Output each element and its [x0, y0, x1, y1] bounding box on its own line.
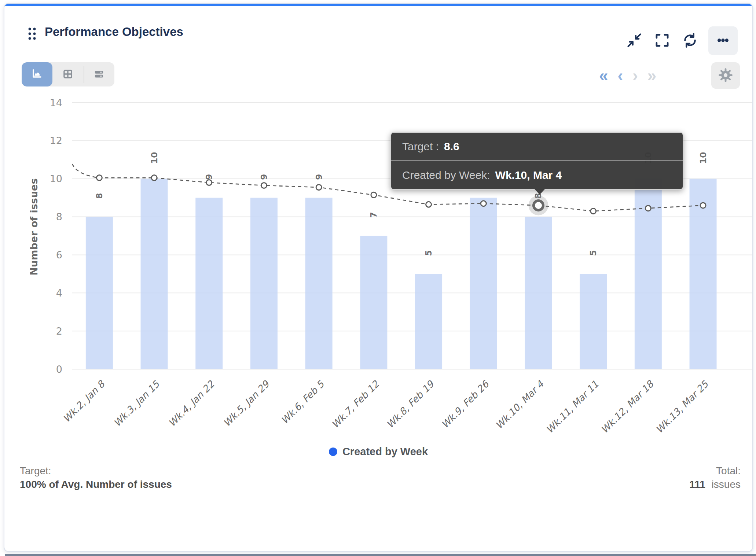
y-tick-label: 10 — [50, 173, 62, 184]
target-marker[interactable] — [700, 203, 706, 208]
y-tick-label: 2 — [56, 325, 62, 337]
bar[interactable] — [141, 179, 168, 369]
x-tick-label: Wk.7, Feb 12 — [330, 378, 382, 430]
y-tick-label: 0 — [56, 364, 62, 375]
legend-label: Created by Week — [342, 446, 428, 458]
target-marker[interactable] — [426, 202, 432, 207]
x-tick-label: Wk.8, Feb 19 — [384, 378, 437, 430]
bar[interactable] — [470, 198, 497, 369]
bar[interactable] — [195, 198, 223, 369]
target-summary: Target: 100% of Avg. Number of issues — [20, 464, 172, 491]
tooltip-series-label: Created by Week: — [402, 169, 490, 181]
x-tick-label: Wk.13, Mar 25 — [654, 378, 711, 435]
tooltip-target-row: Target : 8.6 — [391, 133, 683, 161]
tooltip-target-value: 8.6 — [444, 140, 459, 153]
bar[interactable] — [86, 217, 113, 369]
total-summary: Total: 111 issues — [689, 464, 741, 491]
bar[interactable] — [305, 198, 333, 369]
bar[interactable] — [580, 274, 607, 369]
x-tick-label: Wk.9, Feb 26 — [439, 378, 492, 430]
bar-value-label: 5 — [424, 250, 433, 256]
tooltip-target-label: Target : — [402, 140, 439, 153]
tooltip-series-row: Created by Week: Wk.10, Mar 4 — [391, 161, 683, 189]
bar-value-label: 8 — [95, 193, 104, 199]
target-summary-value: 100% of Avg. Number of issues — [20, 478, 172, 491]
y-tick-label: 8 — [56, 211, 62, 222]
target-marker[interactable] — [591, 208, 596, 214]
bar-value-label: 10 — [698, 152, 708, 164]
bar-value-label: 9 — [204, 174, 214, 180]
chart-legend[interactable]: Created by Week — [4, 446, 752, 458]
total-summary-label: Total: — [689, 464, 741, 478]
target-marker[interactable] — [481, 201, 486, 206]
legend-marker-dot — [329, 448, 337, 456]
bar[interactable] — [415, 274, 442, 369]
y-tick-label: 14 — [50, 97, 62, 108]
target-marker[interactable] — [645, 206, 651, 211]
bar-value-label: 9 — [259, 174, 269, 180]
bar-value-label: 5 — [588, 250, 598, 256]
bar[interactable] — [525, 217, 552, 369]
dashboard-background: Performance Objectives — [0, 0, 756, 556]
x-tick-label: Wk.5, Jan 29 — [221, 378, 272, 429]
chart-tooltip: Target : 8.6 Created by Week: Wk.10, Mar… — [390, 132, 683, 190]
target-marker[interactable] — [371, 192, 377, 198]
x-tick-label: Wk.12, Mar 18 — [599, 378, 656, 435]
bar-value-label: 10 — [150, 152, 159, 164]
bar-value-label: 9 — [314, 174, 324, 180]
y-tick-label: 12 — [50, 135, 62, 146]
widget-panel: Performance Objectives — [4, 3, 753, 552]
target-marker[interactable] — [206, 180, 212, 185]
target-marker[interactable] — [261, 183, 267, 188]
y-tick-label: 4 — [56, 287, 62, 299]
x-tick-label: Wk.3, Jan 15 — [111, 378, 162, 429]
x-tick-label: Wk.2, Jan 8 — [61, 378, 107, 424]
y-tick-label: 6 — [56, 249, 62, 261]
target-summary-label: Target: — [20, 464, 172, 478]
target-marker-active[interactable] — [533, 200, 543, 210]
total-summary-value: 111 — [689, 479, 705, 490]
tooltip-arrow — [535, 189, 545, 195]
x-tick-label: Wk.6, Feb 5 — [279, 378, 327, 426]
bar-value-label: 7 — [369, 212, 378, 218]
next-widget-top-edge — [5, 554, 756, 556]
bar[interactable] — [250, 198, 278, 369]
target-marker[interactable] — [316, 185, 322, 190]
bar[interactable] — [360, 236, 387, 369]
target-marker[interactable] — [151, 175, 157, 181]
x-tick-label: Wk.4, Jan 22 — [166, 378, 217, 429]
total-summary-suffix: issues — [712, 479, 741, 490]
x-tick-label: Wk.10, Mar 4 — [493, 378, 546, 431]
x-tick-label: Wk.11, Mar 11 — [544, 379, 601, 435]
y-axis-title: Number of issues — [28, 178, 40, 275]
target-marker[interactable] — [96, 175, 102, 181]
tooltip-series-value: Wk.10, Mar 4 — [495, 169, 562, 181]
